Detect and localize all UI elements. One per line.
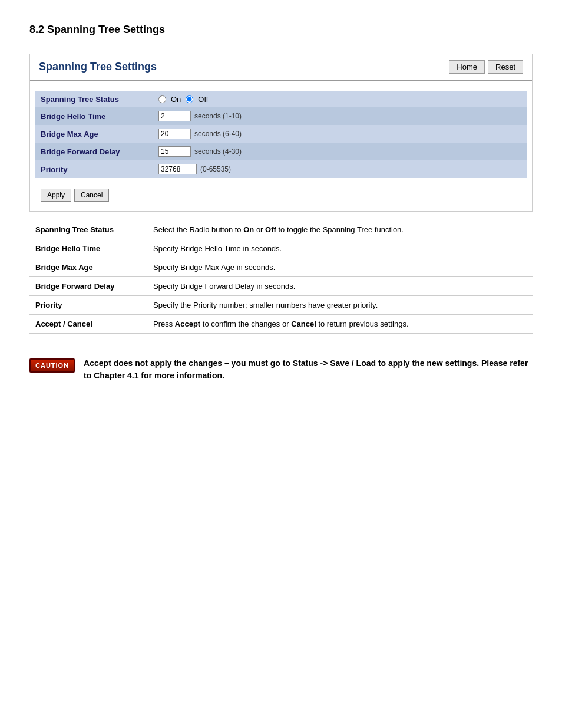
field-value-bridge-max-age: seconds (6-40) [153,125,527,143]
description-table: Spanning Tree Status Select the Radio bu… [29,220,533,334]
panel-title: Spanning Tree Settings [39,61,157,73]
priority-hint: (0-65535) [200,165,231,173]
bridge-hello-time-input[interactable] [158,111,191,121]
desc-value-spanning-tree-status: Select the Radio button to On or Off to … [147,220,533,239]
header-buttons: Home Reset [449,60,523,74]
desc-row-spanning-tree-status: Spanning Tree Status Select the Radio bu… [29,220,533,239]
bridge-forward-delay-input[interactable] [158,146,191,157]
desc-term-bridge-hello-time: Bridge Hello Time [29,239,147,258]
page-title: 8.2 Spanning Tree Settings [29,24,533,36]
desc-row-bridge-max-age: Bridge Max Age Specify Bridge Max Age in… [29,258,533,277]
form-buttons: Apply Cancel [35,184,527,206]
desc-row-accept-cancel: Accept / Cancel Press Accept to confirm … [29,315,533,334]
home-button[interactable]: Home [449,60,485,74]
desc-row-priority: Priority Specify the Priority number; sm… [29,296,533,315]
radio-off[interactable] [186,95,193,103]
desc-value-bridge-hello-time: Specify Bridge Hello Time in seconds. [147,239,533,258]
field-label-bridge-hello-time: Bridge Hello Time [35,107,153,125]
table-row: Bridge Hello Time seconds (1-10) [35,107,527,125]
desc-value-accept-cancel: Press Accept to confirm the changes or C… [147,315,533,334]
reset-button[interactable]: Reset [488,60,523,74]
field-label-bridge-max-age: Bridge Max Age [35,125,153,143]
desc-value-priority: Specify the Priority number; smaller num… [147,296,533,315]
radio-on-label: On [171,95,181,104]
radio-on[interactable] [158,95,166,103]
bridge-forward-delay-hint: seconds (4-30) [194,147,242,156]
settings-panel: Spanning Tree Settings Home Reset Spanni… [29,54,533,212]
priority-input[interactable] [158,164,197,174]
field-label-priority: Priority [35,160,153,178]
settings-form-table: Spanning Tree Status On Off Bridge Hello… [35,91,527,178]
desc-value-bridge-max-age: Specify Bridge Max Age in seconds. [147,258,533,277]
caution-badge: CAUTION [29,358,75,373]
caution-text: Accept does not apply the changes – you … [84,357,533,382]
desc-row-bridge-hello-time: Bridge Hello Time Specify Bridge Hello T… [29,239,533,258]
field-value-spanning-tree-status: On Off [153,91,527,107]
radio-off-label: Off [198,95,208,104]
desc-term-bridge-forward-delay: Bridge Forward Delay [29,277,147,296]
desc-term-spanning-tree-status: Spanning Tree Status [29,220,147,239]
table-row: Bridge Forward Delay seconds (4-30) [35,143,527,160]
field-label-bridge-forward-delay: Bridge Forward Delay [35,143,153,160]
desc-term-accept-cancel: Accept / Cancel [29,315,147,334]
table-row: Priority (0-65535) [35,160,527,178]
table-row: Spanning Tree Status On Off [35,91,527,107]
desc-row-bridge-forward-delay: Bridge Forward Delay Specify Bridge Forw… [29,277,533,296]
field-value-priority: (0-65535) [153,160,527,178]
bridge-hello-time-hint: seconds (1-10) [194,112,242,120]
cancel-button[interactable]: Cancel [74,189,109,202]
field-label-spanning-tree-status: Spanning Tree Status [35,91,153,107]
caution-section: CAUTION Accept does not apply the change… [29,351,533,388]
bridge-max-age-hint: seconds (6-40) [194,130,242,138]
desc-value-bridge-forward-delay: Specify Bridge Forward Delay in seconds. [147,277,533,296]
panel-header: Spanning Tree Settings Home Reset [30,54,532,81]
field-value-bridge-hello-time: seconds (1-10) [153,107,527,125]
field-value-bridge-forward-delay: seconds (4-30) [153,143,527,160]
desc-term-priority: Priority [29,296,147,315]
desc-term-bridge-max-age: Bridge Max Age [29,258,147,277]
apply-button[interactable]: Apply [41,189,71,202]
form-area: Spanning Tree Status On Off Bridge Hello… [30,81,532,211]
bridge-max-age-input[interactable] [158,129,191,139]
table-row: Bridge Max Age seconds (6-40) [35,125,527,143]
